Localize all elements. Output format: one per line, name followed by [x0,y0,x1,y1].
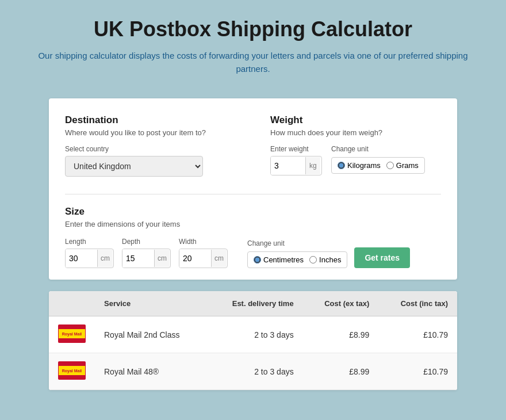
destination-section: Destination Where would you like to post… [65,114,236,177]
cost-inc-tax-cell: £10.79 [378,316,457,353]
depth-label: Depth [122,238,171,246]
svg-text:Royal Mail: Royal Mail [62,369,82,373]
page-subtitle: Our shipping calculator displays the cos… [34,49,471,75]
col-service-header: Service [95,291,208,316]
service-logo-cell: Royal Mail [49,316,95,353]
kilograms-label: Kilograms [347,161,381,170]
country-select[interactable]: United Kingdom United States Australia C… [65,156,203,177]
destination-subtitle: Where would you like to post your item t… [65,128,236,137]
weight-subtitle: How much does your item weigh? [270,128,441,137]
col-logo [49,291,95,316]
col-cost-inc-header: Cost (inc tax) [378,291,457,316]
cost-ex-tax-cell: £8.99 [303,353,379,390]
width-field: Width cm [179,238,228,268]
size-section: Size Enter the dimensions of your items … [65,206,441,268]
width-unit: cm [211,250,227,267]
change-unit-weight-wrap: Change unit Kilograms Grams [331,145,425,174]
inches-radio[interactable] [309,256,317,264]
grams-radio[interactable] [386,162,394,169]
top-row: Destination Where would you like to post… [65,114,441,177]
size-unit-label: Change unit [247,239,347,247]
results-table: Service Est. delivery time Cost (ex tax)… [49,291,457,390]
width-input-inner: cm [179,249,228,268]
size-title: Size [65,206,441,217]
centimetres-label: Centimetres [263,255,304,264]
cost-inc-tax-cell: £10.79 [378,353,457,390]
table-row: Royal Mail Royal Mail 48®2 to 3 days£8.9… [49,353,457,390]
weight-input-row: Enter weight kg Change unit Kilograms [270,145,441,175]
grams-option[interactable]: Grams [386,161,419,170]
results-card: Service Est. delivery time Cost (ex tax)… [49,291,457,390]
kilograms-option[interactable]: Kilograms [338,161,381,170]
weight-title: Weight [270,114,441,126]
size-row: Length cm Depth cm Width cm [65,238,441,268]
royal-mail-logo-icon: Royal Mail [58,361,86,380]
section-divider [65,194,441,194]
size-unit-radio-group: Centimetres Inches [247,251,347,268]
destination-title: Destination [65,114,236,126]
size-right: Change unit Centimetres Inches Get rates [247,239,410,268]
length-unit: cm [97,250,113,267]
country-label: Select country [65,145,236,153]
service-name-cell: Royal Mail 48® [95,353,208,390]
length-field: Length cm [65,238,114,268]
table-header-row: Service Est. delivery time Cost (ex tax)… [49,291,457,316]
inches-label: Inches [319,255,341,264]
weight-input-wrap: Enter weight kg [270,145,322,175]
service-logo-cell: Royal Mail [49,353,95,390]
depth-input[interactable] [122,249,154,268]
delivery-time-cell: 2 to 3 days [208,316,303,353]
weight-input-inner: kg [270,156,322,175]
size-subtitle: Enter the dimensions of your items [65,220,441,228]
royal-mail-logo-icon: Royal Mail [58,324,86,343]
weight-unit-display: kg [305,157,320,174]
main-card: Destination Where would you like to post… [49,98,457,280]
width-label: Width [179,238,228,246]
cost-ex-tax-cell: £8.99 [303,316,379,353]
centimetres-radio[interactable] [254,256,261,264]
get-rates-button[interactable]: Get rates [354,247,410,268]
width-input[interactable] [179,249,211,268]
depth-unit: cm [154,250,170,267]
weight-section: Weight How much does your item weigh? En… [270,114,441,177]
grams-label: Grams [396,161,419,170]
weight-input-label: Enter weight [270,145,322,153]
weight-unit-radio-group: Kilograms Grams [331,157,425,174]
change-unit-size-wrap: Change unit Centimetres Inches [247,239,347,268]
inches-option[interactable]: Inches [309,255,341,264]
length-input[interactable] [66,249,97,268]
page-title: UK Postbox Shipping Calculator [34,17,471,41]
header-section: UK Postbox Shipping Calculator Our shipp… [0,0,506,87]
kilograms-radio[interactable] [338,162,345,169]
service-name-cell: Royal Mail 2nd Class [95,316,208,353]
weight-unit-label: Change unit [331,145,425,153]
weight-input[interactable] [271,156,305,175]
depth-field: Depth cm [122,238,171,268]
depth-input-inner: cm [122,249,171,268]
length-input-inner: cm [65,249,114,268]
length-label: Length [65,238,114,246]
table-row: Royal Mail Royal Mail 2nd Class2 to 3 da… [49,316,457,353]
col-delivery-header: Est. delivery time [208,291,303,316]
centimetres-option[interactable]: Centimetres [254,255,304,264]
delivery-time-cell: 2 to 3 days [208,353,303,390]
col-cost-ex-header: Cost (ex tax) [303,291,379,316]
svg-text:Royal Mail: Royal Mail [62,332,82,337]
